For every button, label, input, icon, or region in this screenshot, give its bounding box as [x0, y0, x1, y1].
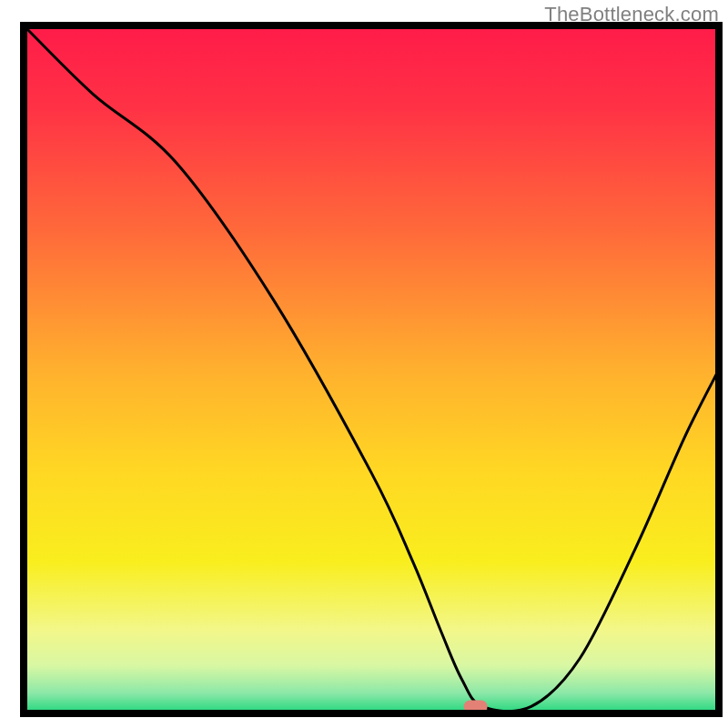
gradient-background	[24, 25, 719, 713]
chart-container: TheBottleneck.com	[0, 0, 728, 728]
watermark-text: TheBottleneck.com	[544, 3, 719, 26]
bottleneck-chart	[0, 0, 728, 728]
